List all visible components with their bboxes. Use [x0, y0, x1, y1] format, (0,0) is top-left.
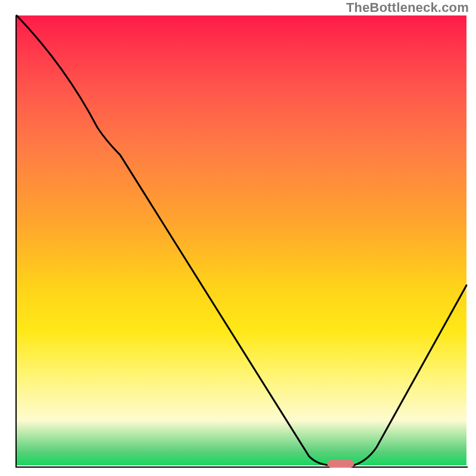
- chart-container: TheBottleneck.com: [0, 0, 476, 476]
- watermark-text: TheBottleneck.com: [346, 0, 469, 15]
- plot-area: [15, 15, 468, 468]
- bottleneck-curve-path: [17, 15, 466, 465]
- curve-svg: [17, 15, 466, 465]
- optimal-marker: [327, 460, 354, 468]
